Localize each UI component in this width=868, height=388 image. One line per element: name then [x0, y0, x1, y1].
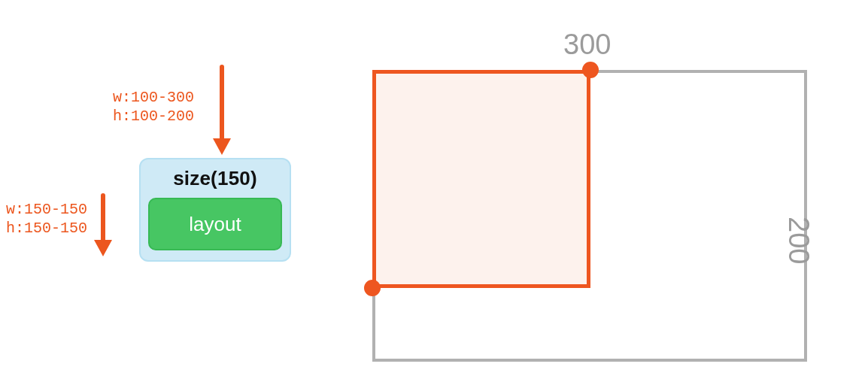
arrow-down-icon [215, 65, 229, 155]
size-node-title: size(150) [148, 167, 282, 190]
layout-node-label: layout [189, 213, 241, 236]
outer-height-label: 200 [782, 217, 815, 264]
corner-dot-icon [582, 62, 599, 78]
passed-constraints-label: w:150-150 h:150-150 [6, 200, 87, 238]
incoming-constraints-label: w:100-300 h:100-200 [113, 88, 194, 126]
corner-dot-icon [364, 280, 381, 296]
layout-canvas: 300 200 [372, 15, 854, 376]
arrow-down-icon [96, 193, 110, 256]
layout-node: layout [148, 198, 282, 250]
outer-width-label: 300 [563, 29, 611, 61]
resolved-size-box [372, 70, 590, 288]
size-node: size(150) layout [139, 158, 291, 262]
